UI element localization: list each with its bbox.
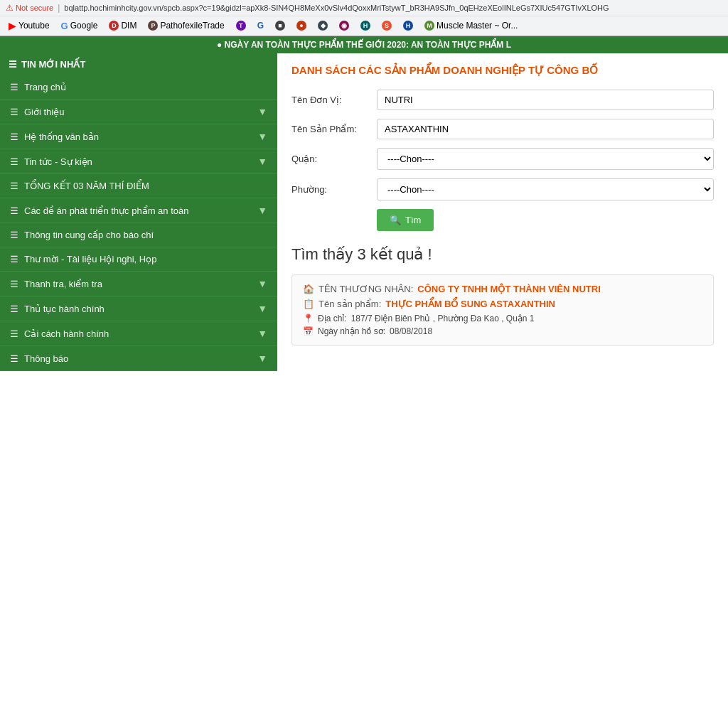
- arrow-icon-7: ▼: [257, 328, 267, 339]
- arrow-icon-8: ▼: [257, 353, 267, 364]
- search-form: Tên Đơn Vị: Tên Sản Phẩm: Quận: ----Chon…: [291, 90, 714, 231]
- tintuc-menu-icon: ☰: [10, 156, 18, 167]
- warning-icon: ⚠: [6, 3, 14, 13]
- bookmark-dim[interactable]: D DIM: [106, 19, 139, 32]
- phuong-label: Phường:: [291, 184, 370, 195]
- sidebar-item-thongbao[interactable]: ☰ Thông báo ▼: [0, 346, 277, 371]
- search-button[interactable]: 🔍 Tìm: [377, 209, 434, 231]
- not-secure-label: Not secure: [16, 4, 53, 12]
- product-name: THỰC PHẨM BỔ SUNG ASTAXANTHIN: [385, 299, 555, 309]
- date-prefix: Ngày nhận hồ sơ:: [318, 326, 385, 336]
- arrow-icon-6: ▼: [257, 303, 267, 314]
- sidebar-thutuc-label: Thủ tục hành chính: [24, 304, 105, 314]
- sidebar-item-thongtin[interactable]: ☰ Thông tin cung cấp cho báo chí: [0, 223, 277, 247]
- ext5-icon: H: [360, 21, 370, 31]
- sidebar-hethong-label: Hệ thống văn bản: [24, 132, 99, 142]
- results-count: Tìm thấy 3 kết quả !: [291, 245, 714, 264]
- youtube-icon: ▶: [9, 20, 16, 31]
- bookmark-poe-label: PathofexileTrade: [160, 21, 224, 31]
- result-item: 🏠 TÊN THƯƠNG NHÂN: CÔNG TY TNHH MỘT THÀN…: [291, 274, 714, 346]
- search-row: 🔍 Tìm: [291, 209, 714, 231]
- trangchu-menu-icon: ☰: [10, 82, 18, 92]
- sidebar-thumoi-label: Thư mời - Tài liệu Hội nghi, Họp: [24, 254, 156, 264]
- don-vi-row: Tên Đơn Vị:: [291, 90, 714, 110]
- sidebar-thongtin-label: Thông tin cung cấp cho báo chí: [24, 230, 154, 240]
- bookmark-dim-label: DIM: [121, 21, 136, 31]
- sidebar-item-thumoi[interactable]: ☰ Thư mời - Tài liệu Hội nghi, Họp: [0, 247, 277, 272]
- g2-icon: G: [257, 21, 264, 31]
- url-text[interactable]: bqlattp.hochiminhcity.gov.vn/spcb.aspx?c…: [64, 4, 609, 12]
- quan-select[interactable]: ----Chon----: [377, 148, 714, 170]
- phuong-select[interactable]: ----Chon----: [377, 178, 714, 200]
- sidebar-item-tongket[interactable]: ☰ TỔNG KẾT 03 NĂM THÍ ĐIỂM: [0, 174, 277, 198]
- result-address: 📍 Địa chỉ: 187/7 Điện Biên Phủ , Phường …: [303, 314, 702, 323]
- sidebar-header-title: TIN MỚI NHẤT: [21, 59, 85, 70]
- bookmark-ext1[interactable]: ■: [272, 19, 288, 32]
- don-vi-label: Tên Đơn Vị:: [291, 95, 370, 105]
- search-button-label: Tìm: [405, 215, 421, 225]
- sidebar-tongket-label: TỔNG KẾT 03 NĂM THÍ ĐIỂM: [24, 181, 149, 191]
- sidebar-item-hethongvanban[interactable]: ☰ Hệ thống văn bản ▼: [0, 124, 277, 149]
- sidebar-trangchu-label: Trang chủ: [24, 82, 66, 92]
- company-prefix: TÊN THƯƠNG NHÂN:: [318, 284, 413, 294]
- bookmark-g2[interactable]: G: [255, 19, 267, 32]
- san-pham-label: Tên Sản Phẩm:: [291, 124, 370, 134]
- poe-icon: P: [148, 21, 158, 31]
- bookmark-youtube[interactable]: ▶ Youtube: [6, 18, 53, 33]
- date-value: 08/08/2018: [390, 326, 432, 336]
- search-icon: 🔍: [390, 215, 401, 225]
- bookmark-ext2[interactable]: ●: [294, 19, 309, 32]
- gioithieu-menu-icon: ☰: [10, 107, 18, 117]
- tongket-menu-icon: ☰: [10, 181, 18, 191]
- sidebar-item-thutuc[interactable]: ☰ Thủ tục hành chính ▼: [0, 296, 277, 321]
- bookmark-muscle[interactable]: M Muscle Master ~ Or...: [422, 19, 520, 32]
- result-company: 🏠 TÊN THƯƠNG NHÂN: CÔNG TY TNHH MỘT THÀN…: [303, 284, 702, 294]
- bookmark-h2[interactable]: H: [400, 19, 416, 32]
- shopee-icon: S: [382, 21, 392, 31]
- phuong-row: Phường: ----Chon----: [291, 178, 714, 200]
- bookmark-google-label: Google: [70, 21, 98, 31]
- quan-row: Quận: ----Chon----: [291, 148, 714, 170]
- sidebar-item-trangchu[interactable]: ☰ Trang chủ: [0, 75, 277, 100]
- sidebar-item-thanhtra[interactable]: ☰ Thanh tra, kiểm tra ▼: [0, 272, 277, 296]
- sidebar-caicach-label: Cải cách hành chính: [24, 328, 109, 339]
- main-layout: ☰ TIN MỚI NHẤT ☰ Trang chủ ☰ Giới thiệu …: [0, 53, 728, 380]
- sidebar-tintuc-label: Tin tức - Sự kiện: [24, 156, 92, 167]
- quan-label: Quận:: [291, 154, 370, 164]
- address-value: 187/7 Điện Biên Phủ , Phường Đa Kao , Qu…: [351, 314, 535, 323]
- arrow-icon: ▼: [257, 106, 267, 117]
- bookmark-ext4[interactable]: ◉: [336, 19, 352, 32]
- sidebar-item-gioithieu[interactable]: ☰ Giới thiệu ▼: [0, 100, 277, 124]
- bookmark-google[interactable]: G Google: [58, 19, 101, 33]
- sidebar-dean-label: Các đề án phát triển thực phẩm an toàn: [24, 205, 188, 216]
- bookmark-shopee[interactable]: S: [379, 19, 395, 32]
- thanhtra-menu-icon: ☰: [10, 279, 18, 289]
- not-secure-indicator: ⚠ Not secure: [6, 3, 53, 13]
- ext2-icon: ●: [296, 21, 306, 31]
- bookmark-ext5[interactable]: H: [358, 19, 373, 32]
- bookmark-poe[interactable]: P PathofexileTrade: [145, 19, 227, 32]
- pin-icon: 📍: [303, 314, 314, 323]
- menu-icon: ☰: [9, 59, 17, 70]
- san-pham-input[interactable]: [377, 119, 714, 139]
- sidebar-item-dean[interactable]: ☰ Các đề án phát triển thực phẩm an toàn…: [0, 198, 277, 223]
- sidebar-item-tintuc[interactable]: ☰ Tin tức - Sự kiện ▼: [0, 149, 277, 174]
- home-icon: 🏠: [303, 284, 314, 294]
- caicach-menu-icon: ☰: [10, 328, 18, 339]
- h2-icon: H: [403, 21, 413, 31]
- bookmarks-bar: ▶ Youtube G Google D DIM P PathofexileTr…: [0, 16, 728, 36]
- address-bar[interactable]: ⚠ Not secure | bqlattp.hochiminhcity.gov…: [0, 0, 728, 16]
- browser-chrome: ⚠ Not secure | bqlattp.hochiminhcity.gov…: [0, 0, 728, 36]
- sidebar-gioithieu-label: Giới thiệu: [24, 107, 64, 117]
- sidebar-thongbao-label: Thông báo: [24, 353, 68, 364]
- bookmark-ext3[interactable]: ◆: [315, 19, 331, 32]
- ext4-icon: ◉: [339, 21, 349, 31]
- sidebar-item-caicach[interactable]: ☰ Cải cách hành chính ▼: [0, 321, 277, 346]
- calendar-icon: 📅: [303, 326, 314, 336]
- don-vi-input[interactable]: [377, 90, 714, 110]
- bookmark-twitch[interactable]: T: [233, 19, 249, 32]
- san-pham-row: Tên Sản Phẩm:: [291, 119, 714, 139]
- address-prefix: Địa chỉ:: [318, 314, 347, 323]
- arrow-icon-2: ▼: [257, 131, 267, 142]
- ext1-icon: ■: [275, 21, 285, 31]
